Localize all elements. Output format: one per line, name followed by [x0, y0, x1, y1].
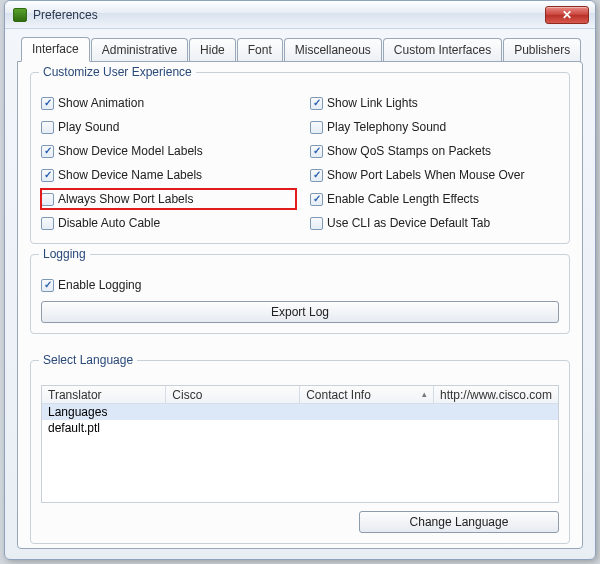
checkbox-icon [310, 145, 323, 158]
checkbox-icon [310, 121, 323, 134]
col-label: http://www.cisco.com [440, 388, 552, 402]
button-label: Export Log [271, 305, 329, 319]
checkbox-icon [41, 193, 54, 206]
opt-use-cli-default-tab[interactable]: Use CLI as Device Default Tab [310, 213, 559, 233]
group-language-legend: Select Language [39, 353, 137, 367]
close-button[interactable]: ✕ [545, 6, 589, 24]
tab-label: Interface [32, 42, 79, 56]
customize-grid: Show Animation Show Link Lights Play Sou… [41, 93, 559, 233]
export-log-button[interactable]: Export Log [41, 301, 559, 323]
opt-play-telephony-sound[interactable]: Play Telephony Sound [310, 117, 559, 137]
opt-show-animation[interactable]: Show Animation [41, 93, 290, 113]
window-body: Interface Administrative Hide Font Misce… [17, 37, 583, 549]
close-icon: ✕ [562, 8, 572, 22]
checkbox-icon [310, 97, 323, 110]
language-name: Languages [48, 405, 178, 419]
language-table-body: Languages default.ptl [42, 404, 558, 502]
checkbox-label: Show Link Lights [327, 96, 418, 110]
opt-show-device-model-labels[interactable]: Show Device Model Labels [41, 141, 290, 161]
checkbox-label: Play Sound [58, 120, 119, 134]
checkbox-icon [41, 145, 54, 158]
tab-interface[interactable]: Interface [21, 37, 90, 62]
checkbox-icon [41, 169, 54, 182]
change-language-button[interactable]: Change Language [359, 511, 559, 533]
checkbox-label: Enable Logging [58, 278, 141, 292]
tab-label: Hide [200, 43, 225, 57]
tab-label: Miscellaneous [295, 43, 371, 57]
col-url[interactable]: http://www.cisco.com [434, 386, 558, 403]
sort-up-icon: ▴ [422, 389, 427, 399]
preferences-window: Preferences ✕ Interface Administrative H… [4, 0, 596, 560]
tab-label: Custom Interfaces [394, 43, 491, 57]
group-customize-legend: Customize User Experience [39, 65, 196, 79]
tab-miscellaneous[interactable]: Miscellaneous [284, 38, 382, 63]
tab-label: Font [248, 43, 272, 57]
checkbox-label: Show Animation [58, 96, 144, 110]
tab-administrative[interactable]: Administrative [91, 38, 188, 63]
window-title: Preferences [33, 8, 98, 22]
checkbox-label: Use CLI as Device Default Tab [327, 216, 490, 230]
checkbox-label: Show QoS Stamps on Packets [327, 144, 491, 158]
tab-label: Administrative [102, 43, 177, 57]
checkbox-icon [41, 217, 54, 230]
tab-custom-interfaces[interactable]: Custom Interfaces [383, 38, 502, 63]
language-table-header: Translator Cisco Contact Info ▴ http://w… [42, 386, 558, 404]
checkbox-label: Show Device Name Labels [58, 168, 202, 182]
checkbox-icon [41, 279, 54, 292]
opt-show-qos-stamps[interactable]: Show QoS Stamps on Packets [310, 141, 559, 161]
tab-hide[interactable]: Hide [189, 38, 236, 63]
col-label: Cisco [172, 388, 202, 402]
language-table: Translator Cisco Contact Info ▴ http://w… [41, 385, 559, 503]
titlebar: Preferences ✕ [5, 1, 595, 29]
col-contact[interactable]: Contact Info ▴ [300, 386, 434, 403]
tab-publishers[interactable]: Publishers [503, 38, 581, 63]
opt-always-show-port-labels[interactable]: Always Show Port Labels [41, 189, 296, 209]
checkbox-icon [310, 193, 323, 206]
group-logging-legend: Logging [39, 247, 90, 261]
col-translator[interactable]: Translator [42, 386, 166, 403]
col-cisco[interactable]: Cisco [166, 386, 300, 403]
checkbox-icon [310, 217, 323, 230]
language-name: default.ptl [48, 421, 178, 435]
group-language: Select Language Translator Cisco Contact… [30, 360, 570, 544]
opt-show-link-lights[interactable]: Show Link Lights [310, 93, 559, 113]
group-logging: Logging Enable Logging Export Log [30, 254, 570, 334]
col-label: Translator [48, 388, 102, 402]
checkbox-label: Play Telephony Sound [327, 120, 446, 134]
group-customize: Customize User Experience Show Animation… [30, 72, 570, 244]
opt-disable-auto-cable[interactable]: Disable Auto Cable [41, 213, 290, 233]
opt-show-device-name-labels[interactable]: Show Device Name Labels [41, 165, 290, 185]
opt-play-sound[interactable]: Play Sound [41, 117, 290, 137]
checkbox-icon [310, 169, 323, 182]
button-label: Change Language [410, 515, 509, 529]
checkbox-label: Always Show Port Labels [58, 192, 193, 206]
language-row[interactable]: default.ptl [42, 420, 558, 436]
checkbox-icon [41, 121, 54, 134]
opt-enable-cable-length-effects[interactable]: Enable Cable Length Effects [310, 189, 559, 209]
language-row[interactable]: Languages [42, 404, 558, 420]
tab-font[interactable]: Font [237, 38, 283, 63]
opt-show-port-labels-mouseover[interactable]: Show Port Labels When Mouse Over [310, 165, 559, 185]
col-label: Contact Info [306, 388, 371, 402]
checkbox-label: Show Port Labels When Mouse Over [327, 168, 524, 182]
opt-enable-logging[interactable]: Enable Logging [41, 275, 559, 295]
tab-bar: Interface Administrative Hide Font Misce… [21, 37, 583, 62]
checkbox-label: Enable Cable Length Effects [327, 192, 479, 206]
app-icon [13, 8, 27, 22]
tab-panel-interface: Customize User Experience Show Animation… [17, 61, 583, 549]
checkbox-icon [41, 97, 54, 110]
tab-label: Publishers [514, 43, 570, 57]
checkbox-label: Show Device Model Labels [58, 144, 203, 158]
checkbox-label: Disable Auto Cable [58, 216, 160, 230]
